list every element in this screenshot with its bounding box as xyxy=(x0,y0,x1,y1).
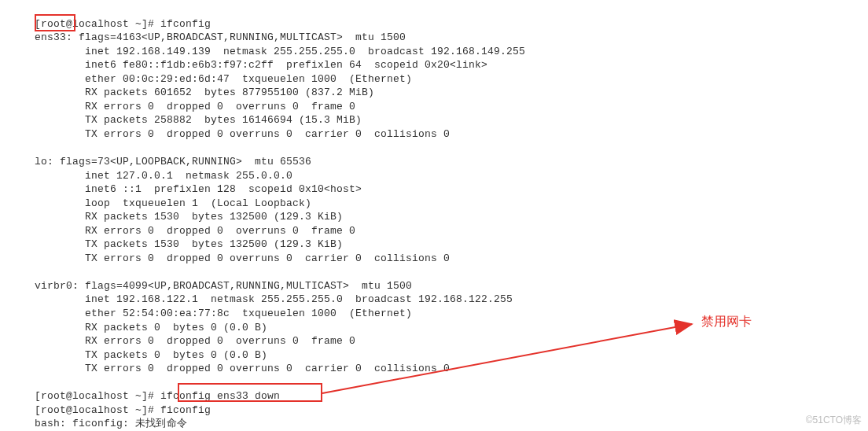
virbr0-rx-packets: RX packets 0 bytes 0 (0.0 B) xyxy=(35,322,267,333)
lo-rx-packets: RX packets 1530 bytes 132500 (129.3 KiB) xyxy=(35,211,343,223)
lo-inet: inet 127.0.0.1 netmask 255.0.0.0 xyxy=(35,170,292,182)
virbr0-tx-packets: TX packets 0 bytes 0 (0.0 B) xyxy=(35,349,267,361)
ens33-ether: ether 00:0c:29:ed:6d:47 txqueuelen 1000 … xyxy=(35,73,412,85)
lo-header: lo: flags=73<UP,LOOPBACK,RUNNING> mtu 65… xyxy=(35,156,311,168)
ens33-rx-errors: RX errors 0 dropped 0 overruns 0 frame 0 xyxy=(35,101,355,112)
ens33-rx-packets: RX packets 601652 bytes 877955100 (837.2… xyxy=(35,87,374,98)
virbr0-tx-errors: TX errors 0 dropped 0 overruns 0 carrier… xyxy=(35,363,450,374)
lo-tx-packets: TX packets 1530 bytes 132500 (129.3 KiB) xyxy=(35,238,343,250)
ens33-inet: inet 192.168.149.139 netmask 255.255.255… xyxy=(35,46,525,57)
prompt-line-1: [root@localhost ~]# ifconfig xyxy=(35,18,211,30)
bash-error: bash: ficonfig: 未找到命令 xyxy=(35,418,187,429)
ens33-header: ens33: flags=4163<UP,BROADCAST,RUNNING,M… xyxy=(35,31,406,43)
virbr0-ether: ether 52:54:00:ea:77:8c txqueuelen 1000 … xyxy=(35,308,412,319)
lo-inet6: inet6 ::1 prefixlen 128 scopeid 0x10<hos… xyxy=(35,183,362,195)
virbr0-inet: inet 192.168.122.1 netmask 255.255.255.0… xyxy=(35,293,513,305)
lo-rx-errors: RX errors 0 dropped 0 overruns 0 frame 0 xyxy=(35,225,355,237)
prompt-line-3: [root@localhost ~]# ficonfig xyxy=(35,404,211,416)
virbr0-rx-errors: RX errors 0 dropped 0 overruns 0 frame 0 xyxy=(35,335,355,347)
lo-loop: loop txqueuelen 1 (Local Loopback) xyxy=(35,197,311,209)
prompt-line-2: [root@localhost ~]# ifconfig ens33 down xyxy=(35,390,280,402)
terminal-output: [root@localhost ~]# ifconfig ens33: flag… xyxy=(0,0,868,431)
ens33-tx-errors: TX errors 0 dropped 0 overruns 0 carrier… xyxy=(35,128,450,140)
ens33-tx-packets: TX packets 258882 bytes 16146694 (15.3 M… xyxy=(35,114,362,126)
ens33-inet6: inet6 fe80::f1db:e6b3:f97:c2ff prefixlen… xyxy=(35,59,487,71)
virbr0-header: virbr0: flags=4099<UP,BROADCAST,RUNNING,… xyxy=(35,280,412,292)
lo-tx-errors: TX errors 0 dropped 0 overruns 0 carrier… xyxy=(35,252,450,264)
